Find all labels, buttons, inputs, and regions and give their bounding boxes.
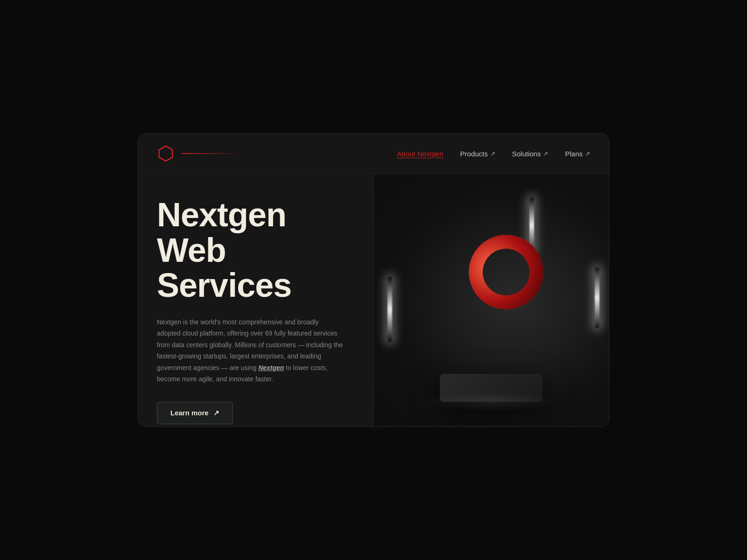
logo-line <box>182 153 238 154</box>
floor-glow <box>421 392 561 411</box>
nav-solutions-label: Solutions <box>512 150 541 158</box>
learn-more-button[interactable]: Learn more ↗ <box>157 402 233 424</box>
products-arrow-icon: ↗ <box>490 150 495 157</box>
svg-marker-0 <box>159 146 173 161</box>
nav-plans[interactable]: Plans ↗ <box>565 150 590 158</box>
page-wrapper: About Nextgen Products ↗ Solutions ↗ Pla… <box>0 0 747 560</box>
nav-about[interactable]: About Nextgen <box>397 150 443 158</box>
light-bar-2 <box>388 277 392 342</box>
nav-plans-label: Plans <box>565 150 583 158</box>
plans-arrow-icon: ↗ <box>585 150 590 157</box>
logo-icon <box>157 145 175 162</box>
navbar: About Nextgen Products ↗ Solutions ↗ Pla… <box>138 133 609 174</box>
hero-title-line1: Nextgen Web <box>157 196 286 269</box>
brand-link[interactable]: Nextgen <box>258 364 284 371</box>
solutions-arrow-icon: ↗ <box>543 150 548 157</box>
right-panel <box>374 174 609 427</box>
hero-text-group: Nextgen Web Services Nextgen is the worl… <box>157 197 355 427</box>
learn-more-arrow-icon: ↗ <box>213 409 219 417</box>
learn-more-label: Learn more <box>170 409 209 417</box>
nav-links: About Nextgen Products ↗ Solutions ↗ Pla… <box>397 150 590 158</box>
main-content: Nextgen Web Services Nextgen is the worl… <box>138 174 609 427</box>
main-card: About Nextgen Products ↗ Solutions ↗ Pla… <box>138 133 609 427</box>
nav-products-label: Products <box>460 150 488 158</box>
hero-description: Nextgen is the world's most comprehensiv… <box>157 316 344 385</box>
nav-about-label: About Nextgen <box>397 150 443 158</box>
nav-solutions[interactable]: Solutions ↗ <box>512 150 549 158</box>
hero-desc-text: Nextgen is the world's most comprehensiv… <box>157 318 343 371</box>
panel-separator <box>374 174 374 427</box>
light-bar-3 <box>595 267 599 328</box>
hero-title: Nextgen Web Services <box>157 197 355 303</box>
left-panel: Nextgen Web Services Nextgen is the worl… <box>138 174 374 427</box>
logo-area <box>157 145 238 162</box>
nav-products[interactable]: Products ↗ <box>460 150 495 158</box>
hero-title-line2: Services <box>157 266 291 304</box>
